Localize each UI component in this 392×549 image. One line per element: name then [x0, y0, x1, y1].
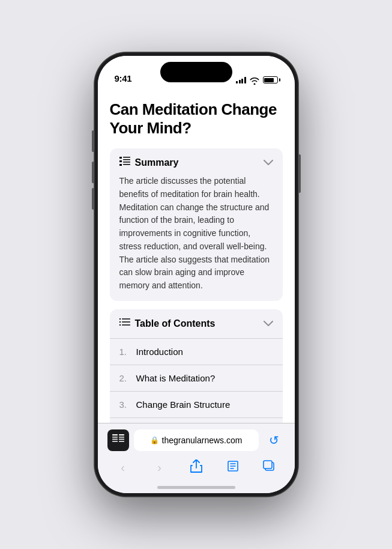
- url-text: thegranularnews.com: [162, 435, 243, 445]
- svg-rect-1: [123, 157, 130, 158]
- wifi-icon: [250, 76, 259, 83]
- svg-rect-7: [119, 318, 121, 320]
- status-bar: 9:41: [98, 56, 295, 88]
- bookmarks-button[interactable]: [222, 458, 244, 476]
- summary-chevron[interactable]: [264, 158, 273, 168]
- back-button[interactable]: ‹: [112, 458, 134, 476]
- dynamic-island: [160, 62, 232, 82]
- toc-title: Table of Contents: [119, 318, 216, 330]
- toc-item[interactable]: 2. What is Meditation?: [110, 365, 283, 391]
- browser-bar: 🔒 thegranularnews.com ↺ ‹ ›: [98, 423, 295, 481]
- phone-device: 9:41 Can Meditation: [94, 52, 298, 497]
- svg-rect-18: [119, 437, 124, 438]
- toc-item-label: Introduction: [136, 347, 183, 357]
- signal-icon: [236, 76, 246, 83]
- svg-rect-15: [112, 439, 118, 440]
- reader-icon: [112, 434, 124, 446]
- toc-item-number: 1.: [119, 347, 130, 357]
- toc-item[interactable]: 4. Strengthen Brain Networks: [110, 417, 283, 423]
- svg-rect-19: [119, 439, 124, 440]
- summary-title: Summary: [119, 157, 179, 169]
- svg-rect-2: [123, 159, 130, 160]
- svg-rect-11: [119, 324, 121, 326]
- forward-icon: ›: [157, 461, 161, 475]
- svg-rect-0: [119, 157, 122, 159]
- toc-icon: [119, 318, 130, 330]
- reload-button[interactable]: ↺: [264, 429, 285, 451]
- tabs-icon: [263, 460, 276, 475]
- article-title: Can Meditation Change Your Mind?: [110, 100, 283, 138]
- svg-rect-5: [123, 164, 130, 165]
- toc-chevron[interactable]: [264, 319, 273, 329]
- nav-row: ‹ ›: [107, 457, 285, 478]
- svg-rect-8: [122, 318, 130, 319]
- url-field[interactable]: 🔒 thegranularnews.com: [134, 429, 259, 451]
- toc-item-number: 3.: [119, 399, 130, 410]
- phone-screen: 9:41 Can Meditation: [98, 56, 295, 493]
- back-icon: ‹: [121, 461, 125, 475]
- svg-rect-13: [112, 434, 118, 435]
- summary-text: The article discusses the potential bene…: [119, 175, 273, 292]
- battery-icon: [263, 76, 278, 83]
- share-button[interactable]: [185, 458, 207, 476]
- svg-rect-6: [119, 164, 122, 166]
- svg-rect-4: [123, 162, 130, 163]
- toc-card: Table of Contents 1. Introduction 2. Wha…: [110, 309, 283, 423]
- toc-item-number: 2.: [119, 373, 130, 383]
- forward-button[interactable]: ›: [149, 458, 170, 476]
- svg-rect-22: [264, 461, 272, 469]
- toc-item-label: Change Brain Structure: [136, 399, 231, 410]
- toc-item[interactable]: 1. Introduction: [110, 338, 283, 365]
- reload-icon: ↺: [269, 433, 279, 447]
- toc-item[interactable]: 3. Change Brain Structure: [110, 391, 283, 417]
- status-time: 9:41: [115, 73, 132, 83]
- summary-card: Summary The article discusses the potent…: [110, 148, 283, 300]
- reader-button[interactable]: [107, 429, 129, 451]
- home-bar: [157, 486, 235, 489]
- toc-item-label: What is Meditation?: [136, 373, 216, 383]
- svg-rect-14: [112, 437, 118, 438]
- toc-items-container: 1. Introduction 2. What is Meditation? 3…: [110, 338, 283, 423]
- toc-header[interactable]: Table of Contents: [110, 309, 283, 338]
- svg-rect-10: [122, 321, 130, 322]
- status-icons: [236, 76, 278, 83]
- svg-rect-12: [122, 324, 130, 325]
- home-indicator: [98, 481, 295, 493]
- bookmarks-icon: [226, 460, 240, 475]
- content-area[interactable]: Can Meditation Change Your Mind?: [98, 88, 295, 423]
- svg-rect-20: [119, 441, 124, 442]
- lock-icon: 🔒: [150, 436, 159, 444]
- svg-rect-3: [119, 160, 122, 162]
- svg-rect-16: [112, 441, 118, 442]
- url-bar-row: 🔒 thegranularnews.com ↺: [107, 429, 285, 451]
- share-icon: [190, 460, 202, 476]
- tabs-button[interactable]: [259, 458, 280, 476]
- svg-rect-17: [119, 434, 124, 435]
- svg-rect-9: [119, 321, 121, 323]
- summary-icon: [119, 157, 130, 169]
- summary-card-header[interactable]: Summary: [119, 157, 273, 169]
